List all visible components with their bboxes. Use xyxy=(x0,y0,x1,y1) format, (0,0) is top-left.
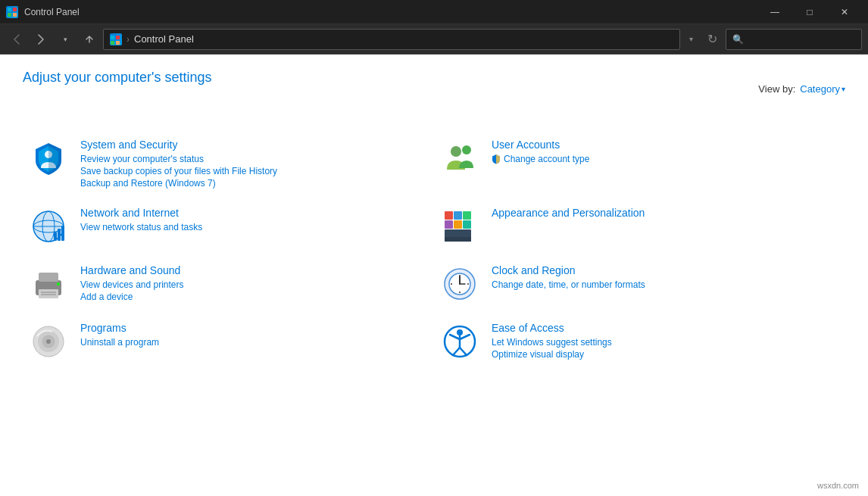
network-link-1[interactable]: View network status and tasks xyxy=(80,222,428,232)
address-path: Control Panel xyxy=(134,33,194,45)
view-by-value-text: Category xyxy=(800,83,840,95)
appearance-info: Appearance and Personalization xyxy=(492,207,839,222)
title-bar-left: Control Panel xyxy=(6,6,80,18)
svg-rect-2 xyxy=(8,13,11,17)
address-dropdown-button[interactable]: ▾ xyxy=(683,29,698,50)
refresh-button[interactable]: ↻ xyxy=(701,29,723,50)
window-title: Control Panel xyxy=(24,7,80,17)
hardware-link-2[interactable]: Add a device xyxy=(80,292,428,302)
svg-rect-7 xyxy=(116,41,120,45)
user-accounts-info: User Accounts Change account type xyxy=(492,139,839,164)
ease-of-access-title[interactable]: Ease of Access xyxy=(492,322,839,334)
svg-rect-22 xyxy=(454,211,462,220)
address-separator: › xyxy=(126,34,130,45)
svg-rect-32 xyxy=(41,292,56,293)
svg-rect-24 xyxy=(445,220,453,229)
page-title: Adjust your computer's settings xyxy=(23,70,212,86)
network-internet-info: Network and Internet View network status… xyxy=(80,207,428,232)
svg-rect-28 xyxy=(445,237,471,242)
category-user-accounts: User Accounts Change account type xyxy=(434,129,845,198)
svg-point-11 xyxy=(451,146,461,157)
category-clock-region: Clock and Region Change date, time, or n… xyxy=(434,255,845,313)
ease-of-access-icon xyxy=(440,322,479,361)
close-button[interactable]: ✕ xyxy=(827,0,862,24)
appearance-title[interactable]: Appearance and Personalization xyxy=(492,207,839,219)
system-security-link-3[interactable]: Backup and Restore (Windows 7) xyxy=(80,178,428,189)
minimize-button[interactable]: — xyxy=(757,0,792,24)
address-folder-icon xyxy=(110,33,122,45)
recent-locations-button[interactable]: ▾ xyxy=(55,29,76,50)
programs-info: Programs Uninstall a program xyxy=(80,322,428,348)
svg-rect-20 xyxy=(61,226,64,241)
category-hardware-sound: Hardware and Sound View devices and prin… xyxy=(23,255,434,313)
ease-link-1[interactable]: Let Windows suggest settings xyxy=(492,337,839,348)
maximize-button[interactable]: □ xyxy=(792,0,827,24)
svg-rect-26 xyxy=(463,220,471,229)
system-security-link-1[interactable]: Review your computer's status xyxy=(80,154,428,164)
category-appearance: Appearance and Personalization xyxy=(434,198,845,255)
programs-title[interactable]: Programs xyxy=(80,322,428,334)
svg-rect-4 xyxy=(111,36,114,39)
address-input[interactable]: › Control Panel xyxy=(103,29,680,50)
svg-rect-1 xyxy=(13,8,17,11)
svg-rect-21 xyxy=(445,211,453,220)
system-security-title[interactable]: System and Security xyxy=(80,139,428,151)
svg-rect-25 xyxy=(454,220,462,229)
svg-point-34 xyxy=(57,282,60,285)
category-system-security: System and Security Review your computer… xyxy=(23,129,434,198)
system-security-icon xyxy=(29,139,68,178)
svg-rect-30 xyxy=(39,273,58,282)
view-by-label: View by: xyxy=(758,83,795,95)
svg-rect-6 xyxy=(111,41,114,45)
ease-link-2[interactable]: Optimize visual display xyxy=(492,349,839,360)
view-by-container: View by: Category ▾ xyxy=(758,83,845,95)
user-accounts-title[interactable]: User Accounts xyxy=(492,139,839,151)
ease-of-access-info: Ease of Access Let Windows suggest setti… xyxy=(492,322,839,360)
user-accounts-link-change-type[interactable]: Change account type xyxy=(492,154,839,164)
hardware-link-1[interactable]: View devices and printers xyxy=(80,279,428,290)
search-icon: 🔍 xyxy=(732,34,744,45)
category-programs: Programs Uninstall a program xyxy=(23,313,434,370)
hardware-sound-info: Hardware and Sound View devices and prin… xyxy=(80,264,428,302)
category-ease-of-access: Ease of Access Let Windows suggest setti… xyxy=(434,313,845,370)
svg-rect-0 xyxy=(8,8,11,11)
search-box[interactable]: 🔍 xyxy=(726,29,862,50)
change-account-type-text: Change account type xyxy=(504,154,589,164)
forward-button[interactable] xyxy=(30,29,52,50)
address-bar: ▾ › Control Panel ▾ ↻ 🔍 xyxy=(0,24,868,55)
clock-region-icon xyxy=(440,264,479,304)
svg-rect-23 xyxy=(463,211,471,220)
shield-uac-icon xyxy=(492,154,501,164)
back-button[interactable] xyxy=(6,29,27,50)
user-accounts-icon xyxy=(440,139,479,178)
clock-link-1[interactable]: Change date, time, or number formats xyxy=(492,279,839,290)
svg-rect-18 xyxy=(54,232,57,241)
watermark-text: wsxdn.com xyxy=(817,481,859,490)
categories-grid: System and Security Review your computer… xyxy=(23,129,845,370)
window-controls: — □ ✕ xyxy=(757,0,862,24)
app-icon xyxy=(6,6,18,18)
system-security-link-2[interactable]: Save backup copies of your files with Fi… xyxy=(80,166,428,176)
up-button[interactable] xyxy=(79,29,100,50)
system-security-info: System and Security Review your computer… xyxy=(80,139,428,189)
svg-rect-19 xyxy=(58,229,61,241)
clock-region-info: Clock and Region Change date, time, or n… xyxy=(492,264,839,290)
clock-region-title[interactable]: Clock and Region xyxy=(492,264,839,276)
watermark: wsxdn.com xyxy=(817,481,859,490)
hardware-sound-icon xyxy=(29,264,68,304)
hardware-sound-title[interactable]: Hardware and Sound xyxy=(80,264,428,276)
svg-rect-5 xyxy=(116,36,120,39)
svg-point-49 xyxy=(457,329,463,335)
network-internet-icon xyxy=(29,207,68,246)
view-by-dropdown[interactable]: Category ▾ xyxy=(800,83,845,95)
programs-icon xyxy=(29,322,68,361)
programs-link-1[interactable]: Uninstall a program xyxy=(80,337,428,348)
view-by-arrow-icon: ▾ xyxy=(841,85,845,93)
svg-point-47 xyxy=(46,339,51,344)
network-internet-title[interactable]: Network and Internet xyxy=(80,207,428,219)
svg-point-10 xyxy=(462,145,471,154)
title-bar: Control Panel — □ ✕ xyxy=(0,0,868,24)
appearance-icon xyxy=(440,207,479,246)
header-row: Adjust your computer's settings View by:… xyxy=(23,70,845,108)
svg-rect-33 xyxy=(41,294,56,295)
